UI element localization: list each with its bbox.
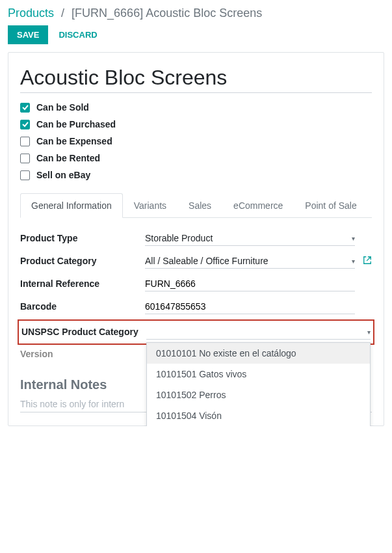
unspsc-text-input[interactable] xyxy=(146,327,367,337)
checkbox-icon xyxy=(20,120,30,129)
label-product-type: Product Type xyxy=(20,231,137,243)
dropdown-option[interactable]: 01010101 No existe en el catálogo xyxy=(147,343,370,364)
label-internal-reference: Internal Reference xyxy=(20,276,137,289)
tab-ecommerce[interactable]: eCommerce xyxy=(222,193,294,217)
field-unspsc[interactable]: ▾ xyxy=(146,325,371,340)
discard-button[interactable]: DISCARD xyxy=(59,30,97,40)
form-grid: Product Type Storable Product ▾ Product … xyxy=(20,231,372,342)
checkbox-label: Can be Expensed xyxy=(36,136,112,146)
field-product-category[interactable]: All / Saleable / Office Furniture ▾ xyxy=(145,254,355,269)
checkbox-group: Can be Sold Can be Purchased Can be Expe… xyxy=(20,102,372,180)
tab-point-of-sale[interactable]: Point of Sale xyxy=(294,193,367,217)
product-type-value: Storable Product xyxy=(145,233,213,243)
checkbox-label: Can be Sold xyxy=(36,102,89,113)
label-unspsc: UNSPSC Product Category xyxy=(21,325,138,340)
checkbox-label: Can be Purchased xyxy=(36,119,116,129)
chevron-down-icon: ▾ xyxy=(352,258,355,265)
dropdown-option[interactable]: 10101502 Perros xyxy=(147,384,370,405)
field-internal-reference[interactable] xyxy=(145,276,355,291)
checkbox-can-be-purchased[interactable]: Can be Purchased xyxy=(20,119,372,129)
breadcrumb-root[interactable]: Products xyxy=(8,7,54,20)
checkbox-label: Can be Rented xyxy=(36,153,100,163)
label-barcode: Barcode xyxy=(20,299,137,312)
tab-sales[interactable]: Sales xyxy=(177,193,222,217)
dropdown-option[interactable]: 10101501 Gatos vivos xyxy=(147,364,370,384)
breadcrumb-current: [FURN_6666] Acoustic Bloc Screens xyxy=(72,7,262,20)
chevron-down-icon: ▾ xyxy=(367,329,371,336)
tab-general-information[interactable]: General Information xyxy=(20,193,123,218)
checkbox-can-be-sold[interactable]: Can be Sold xyxy=(20,102,372,113)
product-category-value: All / Saleable / Office Furniture xyxy=(145,256,268,266)
checkbox-icon xyxy=(20,103,30,113)
product-title[interactable]: Acoustic Bloc Screens xyxy=(20,66,372,93)
checkbox-sell-on-ebay[interactable]: Sell on eBay xyxy=(20,170,372,180)
breadcrumb-separator: / xyxy=(61,7,64,20)
checkbox-can-be-rented[interactable]: Can be Rented xyxy=(20,153,372,163)
checkbox-icon xyxy=(20,170,30,180)
checkbox-icon xyxy=(20,137,30,146)
checkbox-label: Sell on eBay xyxy=(36,170,90,180)
action-bar: SAVE DISCARD xyxy=(0,25,392,52)
unspsc-dropdown: 01010101 No existe en el catálogo 101015… xyxy=(146,342,371,426)
dropdown-option[interactable]: 10101504 Visón xyxy=(147,405,370,426)
external-link-icon[interactable] xyxy=(363,254,372,267)
tab-variants[interactable]: Variants xyxy=(123,193,177,217)
highlighted-unspsc-row: UNSPSC Product Category ▾ 01010101 No ex… xyxy=(20,322,372,342)
field-barcode[interactable] xyxy=(145,299,355,314)
save-button[interactable]: SAVE xyxy=(8,25,48,44)
tabs: General Information Variants Sales eComm… xyxy=(20,193,372,218)
form-sheet: Acoustic Bloc Screens Can be Sold Can be… xyxy=(8,52,384,426)
breadcrumb: Products / [FURN_6666] Acoustic Bloc Scr… xyxy=(0,0,392,25)
chevron-down-icon: ▾ xyxy=(352,235,355,242)
field-product-type[interactable]: Storable Product ▾ xyxy=(145,231,355,246)
label-product-category: Product Category xyxy=(20,254,137,266)
checkbox-can-be-expensed[interactable]: Can be Expensed xyxy=(20,136,372,146)
checkbox-icon xyxy=(20,154,30,163)
